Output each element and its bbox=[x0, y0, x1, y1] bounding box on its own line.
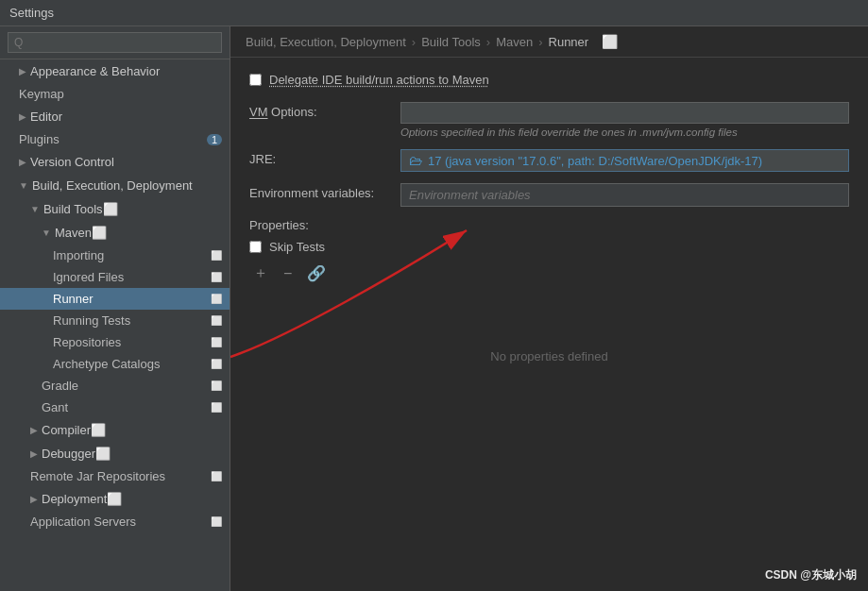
expand-icon: ▼ bbox=[19, 180, 28, 191]
settings-icon: ⬜ bbox=[103, 202, 118, 216]
sidebar-item-label: Build, Execution, Deployment bbox=[32, 178, 193, 193]
expand-icon: ▶ bbox=[19, 111, 26, 122]
sidebar-item-label: Compiler bbox=[42, 423, 91, 437]
vm-options-hint: Options specified in this field override… bbox=[400, 127, 849, 138]
breadcrumb-sep: › bbox=[538, 35, 542, 49]
sidebar-item-label: Maven bbox=[55, 226, 92, 240]
env-vars-value bbox=[400, 183, 849, 207]
jre-folder-icon: 🗁 bbox=[409, 153, 422, 168]
sidebar-item-label: Plugins bbox=[19, 132, 201, 146]
plugins-badge: 1 bbox=[207, 134, 222, 145]
settings-icon: ⬜ bbox=[91, 423, 106, 437]
sidebar-item-label: Runner bbox=[53, 292, 207, 306]
sidebar-item-label: Archetype Catalogs bbox=[53, 357, 207, 371]
search-input[interactable] bbox=[8, 32, 222, 53]
expand-icon: ▶ bbox=[30, 494, 38, 504]
sidebar-item-deployment[interactable]: ▶ Deployment ⬜ bbox=[0, 487, 230, 511]
vm-options-row: VM Options: Options specified in this fi… bbox=[249, 102, 849, 138]
sidebar-item-appearance[interactable]: ▶ Appearance & Behavior bbox=[0, 59, 230, 83]
sidebar-item-gradle[interactable]: Gradle ⬜ bbox=[0, 375, 230, 397]
vm-options-label: VM Options: bbox=[249, 102, 400, 119]
env-vars-row: Environment variables: bbox=[249, 183, 849, 207]
settings-icon: ⬜ bbox=[211, 359, 222, 369]
sidebar-item-label: Ignored Files bbox=[53, 270, 207, 284]
main-content: Build, Execution, Deployment › Build Too… bbox=[230, 26, 868, 591]
sidebar: ▶ Appearance & Behavior Keymap ▶ Editor … bbox=[0, 26, 230, 591]
sidebar-item-label: Repositories bbox=[53, 335, 207, 349]
breadcrumb-sep: › bbox=[486, 35, 490, 49]
sidebar-item-version-control[interactable]: ▶ Version Control bbox=[0, 150, 230, 174]
settings-icon: ⬜ bbox=[211, 380, 222, 391]
env-vars-label: Environment variables: bbox=[249, 183, 400, 200]
delegate-checkbox[interactable] bbox=[249, 74, 262, 86]
sidebar-item-label: Keymap bbox=[19, 87, 222, 101]
jre-field[interactable]: 🗁 17 (java version "17.0.6", path: D:/So… bbox=[400, 149, 849, 172]
breadcrumb-part-1: Build, Execution, Deployment bbox=[246, 35, 406, 49]
link-property-button[interactable]: 🔗 bbox=[303, 262, 330, 285]
breadcrumb-part-2: Build Tools bbox=[421, 35, 481, 49]
sidebar-item-ignored-files[interactable]: Ignored Files ⬜ bbox=[0, 266, 230, 288]
expand-icon: ▼ bbox=[30, 204, 40, 214]
skip-tests-checkbox[interactable] bbox=[249, 241, 262, 253]
sidebar-item-gant[interactable]: Gant ⬜ bbox=[0, 397, 230, 418]
breadcrumb: Build, Execution, Deployment › Build Too… bbox=[230, 26, 868, 58]
sidebar-item-archetype-catalogs[interactable]: Archetype Catalogs ⬜ bbox=[0, 353, 230, 375]
breadcrumb-icon: ⬜ bbox=[602, 34, 618, 49]
settings-body: Delegate IDE build/run actions to Maven … bbox=[230, 58, 868, 591]
settings-icon: ⬜ bbox=[95, 447, 111, 461]
expand-icon: ▶ bbox=[30, 448, 38, 459]
settings-icon: ⬜ bbox=[211, 272, 222, 282]
sidebar-item-remote-jar[interactable]: Remote Jar Repositories ⬜ bbox=[0, 465, 230, 487]
expand-icon: ▶ bbox=[19, 157, 26, 167]
sidebar-item-runner[interactable]: Runner ⬜ bbox=[0, 288, 230, 310]
sidebar-item-label: Debugger bbox=[42, 447, 95, 461]
sidebar-item-label: Running Tests bbox=[53, 313, 207, 328]
expand-icon: ▼ bbox=[42, 228, 51, 238]
props-toolbar: ＋ − 🔗 bbox=[249, 262, 849, 285]
sidebar-item-keymap[interactable]: Keymap bbox=[0, 83, 230, 105]
add-property-button[interactable]: ＋ bbox=[249, 262, 272, 285]
sidebar-item-build-tools[interactable]: ▼ Build Tools ⬜ bbox=[0, 197, 230, 221]
settings-icon: ⬜ bbox=[211, 315, 222, 326]
sidebar-item-debugger[interactable]: ▶ Debugger ⬜ bbox=[0, 442, 230, 465]
settings-icon: ⬜ bbox=[211, 250, 222, 261]
sidebar-item-editor[interactable]: ▶ Editor bbox=[0, 105, 230, 128]
delegate-label: Delegate IDE build/run actions to Maven bbox=[269, 73, 489, 87]
vm-options-input[interactable] bbox=[400, 102, 849, 124]
settings-icon: ⬜ bbox=[211, 294, 222, 304]
env-vars-input[interactable] bbox=[400, 183, 849, 207]
sidebar-item-label: Gradle bbox=[42, 379, 207, 393]
breadcrumb-sep: › bbox=[412, 35, 416, 49]
sidebar-item-plugins[interactable]: Plugins 1 bbox=[0, 128, 230, 150]
settings-icon: ⬜ bbox=[92, 226, 107, 240]
sidebar-item-label: Editor bbox=[30, 110, 62, 124]
window-title: Settings bbox=[9, 6, 54, 20]
expand-icon: ▶ bbox=[19, 66, 26, 76]
sidebar-item-label: Importing bbox=[53, 248, 207, 262]
jre-row: JRE: 🗁 17 (java version "17.0.6", path: … bbox=[249, 149, 849, 172]
properties-section: Properties: Skip Tests ＋ − 🔗 No properti… bbox=[249, 218, 849, 420]
sidebar-item-label: Gant bbox=[42, 400, 207, 414]
sidebar-item-label: Appearance & Behavior bbox=[30, 64, 160, 78]
sidebar-item-importing[interactable]: Importing ⬜ bbox=[0, 245, 230, 266]
delegate-checkbox-row: Delegate IDE build/run actions to Maven bbox=[249, 73, 849, 87]
sidebar-item-build-exec-deploy[interactable]: ▼ Build, Execution, Deployment bbox=[0, 174, 230, 197]
settings-icon: ⬜ bbox=[211, 337, 222, 347]
vm-options-value: Options specified in this field override… bbox=[400, 102, 849, 138]
remove-property-button[interactable]: − bbox=[280, 262, 296, 285]
jre-label: JRE: bbox=[249, 149, 400, 166]
breadcrumb-part-3: Maven bbox=[496, 35, 533, 49]
skip-tests-label: Skip Tests bbox=[269, 240, 325, 254]
jre-value: 🗁 17 (java version "17.0.6", path: D:/So… bbox=[400, 149, 849, 172]
sidebar-item-repositories[interactable]: Repositories ⬜ bbox=[0, 331, 230, 353]
sidebar-item-label: Version Control bbox=[30, 155, 114, 169]
sidebar-item-maven[interactable]: ▼ Maven ⬜ bbox=[0, 221, 230, 245]
sidebar-item-running-tests[interactable]: Running Tests ⬜ bbox=[0, 310, 230, 331]
jre-text: 17 (java version "17.0.6", path: D:/Soft… bbox=[428, 154, 762, 168]
sidebar-item-label: Remote Jar Repositories bbox=[30, 469, 207, 483]
sidebar-item-app-servers[interactable]: Application Servers ⬜ bbox=[0, 511, 230, 532]
settings-icon: ⬜ bbox=[211, 471, 222, 481]
expand-icon: ▶ bbox=[30, 425, 38, 435]
sidebar-item-compiler[interactable]: ▶ Compiler ⬜ bbox=[0, 418, 230, 442]
properties-label: Properties: bbox=[249, 218, 849, 232]
